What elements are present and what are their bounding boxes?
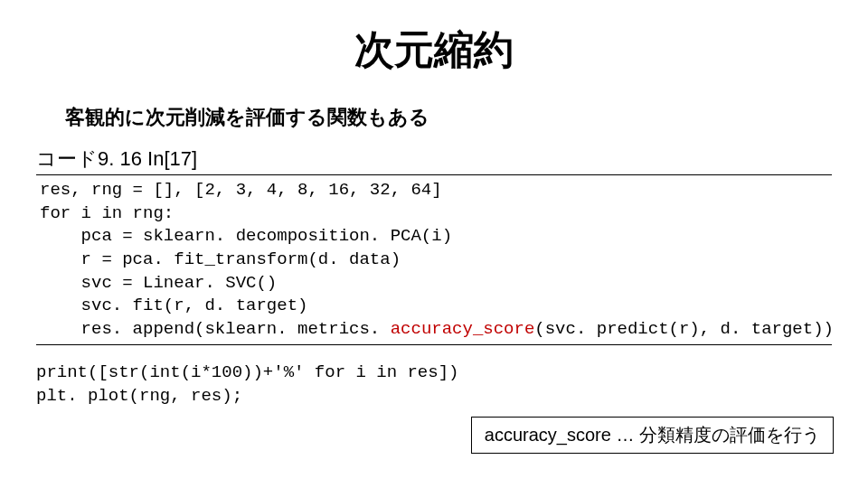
code-line: pca = sklearn. decomposition. PCA(i): [40, 226, 452, 246]
code-line: plt. plot(rng, res);: [36, 386, 242, 406]
code-line: r = pca. fit_transform(d. data): [40, 249, 401, 269]
code-line: svc. fit(r, d. target): [40, 296, 307, 315]
code-highlight: accuracy_score: [391, 319, 535, 339]
code-line: for i in rng:: [40, 203, 174, 223]
page-title: 次元縮約: [0, 23, 868, 77]
code-line: res. append(sklearn. metrics.: [40, 319, 391, 339]
code-block: res, rng = [], [2, 3, 4, 8, 16, 32, 64] …: [36, 174, 832, 345]
code-line: svc = Linear. SVC(): [40, 273, 277, 293]
code-line: (svc. predict(r), d. target)): [534, 319, 834, 339]
code-after: print([str(int(i*100))+'%' for i in res]…: [36, 361, 832, 408]
code-line: res, rng = [], [2, 3, 4, 8, 16, 32, 64]: [40, 180, 442, 200]
subtitle: 客観的に次元削減を評価する関数もある: [65, 104, 868, 131]
note-box: accuracy_score … 分類精度の評価を行う: [471, 417, 834, 454]
code-label: コード9. 16 In[17]: [36, 145, 868, 173]
code-line: print([str(int(i*100))+'%' for i in res]…: [36, 362, 458, 382]
